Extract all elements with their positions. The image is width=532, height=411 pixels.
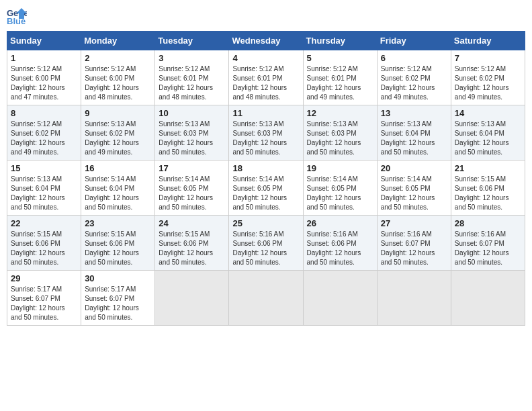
day-info: Sunrise: 5:12 AM Sunset: 6:00 PM Dayligh… (85, 64, 151, 102)
day-number: 16 (85, 163, 151, 173)
day-info: Sunrise: 5:13 AM Sunset: 6:03 PM Dayligh… (159, 120, 225, 157)
day-info: Sunrise: 5:15 AM Sunset: 6:06 PM Dayligh… (159, 230, 225, 267)
calendar-cell (377, 271, 451, 326)
day-info: Sunrise: 5:13 AM Sunset: 6:04 PM Dayligh… (381, 120, 447, 157)
calendar-cell (451, 271, 525, 326)
day-number: 1 (11, 53, 77, 63)
calendar-cell: 8Sunrise: 5:12 AM Sunset: 6:02 PM Daylig… (7, 105, 81, 161)
day-info: Sunrise: 5:14 AM Sunset: 6:05 PM Dayligh… (232, 175, 299, 212)
day-number: 5 (307, 53, 373, 63)
day-number: 24 (159, 218, 225, 228)
day-info: Sunrise: 5:12 AM Sunset: 6:01 PM Dayligh… (159, 64, 225, 102)
day-number: 22 (11, 218, 77, 228)
day-number: 25 (232, 218, 299, 228)
day-info: Sunrise: 5:12 AM Sunset: 6:02 PM Dayligh… (455, 64, 521, 102)
calendar-week-row: 8Sunrise: 5:12 AM Sunset: 6:02 PM Daylig… (7, 105, 525, 161)
day-number: 11 (232, 108, 299, 118)
weekday-header-wednesday: Wednesday (229, 32, 303, 50)
day-info: Sunrise: 5:13 AM Sunset: 6:03 PM Dayligh… (232, 120, 299, 157)
day-info: Sunrise: 5:13 AM Sunset: 6:02 PM Dayligh… (85, 120, 151, 157)
day-info: Sunrise: 5:16 AM Sunset: 6:06 PM Dayligh… (232, 230, 299, 267)
calendar-cell (155, 271, 229, 326)
calendar-cell: 20Sunrise: 5:14 AM Sunset: 6:05 PM Dayli… (377, 161, 451, 216)
calendar-cell: 18Sunrise: 5:14 AM Sunset: 6:05 PM Dayli… (229, 161, 303, 216)
day-info: Sunrise: 5:13 AM Sunset: 6:03 PM Dayligh… (307, 120, 373, 157)
calendar-cell: 2Sunrise: 5:12 AM Sunset: 6:00 PM Daylig… (81, 50, 155, 105)
weekday-header-thursday: Thursday (303, 32, 377, 50)
day-number: 9 (85, 108, 151, 118)
day-info: Sunrise: 5:14 AM Sunset: 6:04 PM Dayligh… (85, 175, 151, 212)
calendar-cell: 23Sunrise: 5:15 AM Sunset: 6:06 PM Dayli… (81, 216, 155, 271)
calendar-cell: 26Sunrise: 5:16 AM Sunset: 6:06 PM Dayli… (303, 216, 377, 271)
weekday-header-saturday: Saturday (451, 32, 525, 50)
calendar-cell (303, 271, 377, 326)
day-number: 14 (455, 108, 521, 118)
logo-icon: General Blue (7, 7, 27, 26)
day-info: Sunrise: 5:12 AM Sunset: 6:02 PM Dayligh… (381, 64, 447, 102)
day-number: 20 (381, 163, 447, 173)
calendar-cell: 19Sunrise: 5:14 AM Sunset: 6:05 PM Dayli… (303, 161, 377, 216)
day-info: Sunrise: 5:14 AM Sunset: 6:05 PM Dayligh… (307, 175, 373, 212)
calendar-week-row: 22Sunrise: 5:15 AM Sunset: 6:06 PM Dayli… (7, 216, 525, 271)
day-number: 15 (11, 163, 77, 173)
calendar-cell: 11Sunrise: 5:13 AM Sunset: 6:03 PM Dayli… (229, 105, 303, 161)
calendar-cell: 27Sunrise: 5:16 AM Sunset: 6:07 PM Dayli… (377, 216, 451, 271)
day-number: 13 (381, 108, 447, 118)
calendar-cell: 14Sunrise: 5:13 AM Sunset: 6:04 PM Dayli… (451, 105, 525, 161)
day-number: 18 (232, 163, 299, 173)
calendar-cell: 13Sunrise: 5:13 AM Sunset: 6:04 PM Dayli… (377, 105, 451, 161)
day-number: 6 (381, 53, 447, 63)
day-info: Sunrise: 5:17 AM Sunset: 6:07 PM Dayligh… (11, 285, 77, 322)
day-number: 23 (85, 218, 151, 228)
day-number: 26 (307, 218, 373, 228)
day-number: 8 (11, 108, 77, 118)
calendar-cell: 10Sunrise: 5:13 AM Sunset: 6:03 PM Dayli… (155, 105, 229, 161)
day-info: Sunrise: 5:16 AM Sunset: 6:07 PM Dayligh… (455, 230, 521, 267)
day-info: Sunrise: 5:15 AM Sunset: 6:06 PM Dayligh… (85, 230, 151, 267)
day-number: 2 (85, 53, 151, 63)
calendar-cell: 29Sunrise: 5:17 AM Sunset: 6:07 PM Dayli… (7, 271, 81, 326)
calendar-cell: 25Sunrise: 5:16 AM Sunset: 6:06 PM Dayli… (229, 216, 303, 271)
calendar-cell: 5Sunrise: 5:12 AM Sunset: 6:01 PM Daylig… (303, 50, 377, 105)
weekday-header-sunday: Sunday (7, 32, 81, 50)
calendar-body: 1Sunrise: 5:12 AM Sunset: 6:00 PM Daylig… (7, 50, 525, 326)
calendar-cell: 6Sunrise: 5:12 AM Sunset: 6:02 PM Daylig… (377, 50, 451, 105)
day-info: Sunrise: 5:16 AM Sunset: 6:06 PM Dayligh… (307, 230, 373, 267)
day-number: 29 (11, 273, 77, 283)
day-info: Sunrise: 5:14 AM Sunset: 6:05 PM Dayligh… (159, 175, 225, 212)
day-info: Sunrise: 5:12 AM Sunset: 6:00 PM Dayligh… (11, 64, 77, 102)
calendar-cell: 15Sunrise: 5:13 AM Sunset: 6:04 PM Dayli… (7, 161, 81, 216)
day-number: 19 (307, 163, 373, 173)
calendar-cell: 7Sunrise: 5:12 AM Sunset: 6:02 PM Daylig… (451, 50, 525, 105)
day-number: 17 (159, 163, 225, 173)
calendar-cell: 17Sunrise: 5:14 AM Sunset: 6:05 PM Dayli… (155, 161, 229, 216)
day-number: 27 (381, 218, 447, 228)
calendar-week-row: 1Sunrise: 5:12 AM Sunset: 6:00 PM Daylig… (7, 50, 525, 105)
calendar-cell: 3Sunrise: 5:12 AM Sunset: 6:01 PM Daylig… (155, 50, 229, 105)
calendar-cell: 1Sunrise: 5:12 AM Sunset: 6:00 PM Daylig… (7, 50, 81, 105)
calendar-cell: 24Sunrise: 5:15 AM Sunset: 6:06 PM Dayli… (155, 216, 229, 271)
day-info: Sunrise: 5:13 AM Sunset: 6:04 PM Dayligh… (11, 175, 77, 212)
calendar-week-row: 29Sunrise: 5:17 AM Sunset: 6:07 PM Dayli… (7, 271, 525, 326)
day-info: Sunrise: 5:17 AM Sunset: 6:07 PM Dayligh… (85, 285, 151, 322)
day-number: 21 (455, 163, 521, 173)
day-number: 10 (159, 108, 225, 118)
day-info: Sunrise: 5:14 AM Sunset: 6:05 PM Dayligh… (381, 175, 447, 212)
calendar-cell: 9Sunrise: 5:13 AM Sunset: 6:02 PM Daylig… (81, 105, 155, 161)
calendar-table: SundayMondayTuesdayWednesdayThursdayFrid… (7, 31, 525, 326)
calendar-cell: 28Sunrise: 5:16 AM Sunset: 6:07 PM Dayli… (451, 216, 525, 271)
day-info: Sunrise: 5:15 AM Sunset: 6:06 PM Dayligh… (455, 175, 521, 212)
calendar-cell: 16Sunrise: 5:14 AM Sunset: 6:04 PM Dayli… (81, 161, 155, 216)
weekday-header-tuesday: Tuesday (155, 32, 229, 50)
day-number: 3 (159, 53, 225, 63)
weekday-header-monday: Monday (81, 32, 155, 50)
day-info: Sunrise: 5:12 AM Sunset: 6:02 PM Dayligh… (11, 120, 77, 157)
day-number: 7 (455, 53, 521, 63)
header: General Blue (7, 7, 525, 26)
calendar-cell: 12Sunrise: 5:13 AM Sunset: 6:03 PM Dayli… (303, 105, 377, 161)
calendar-cell: 4Sunrise: 5:12 AM Sunset: 6:01 PM Daylig… (229, 50, 303, 105)
logo: General Blue (7, 7, 30, 26)
day-number: 30 (85, 273, 151, 283)
calendar-week-row: 15Sunrise: 5:13 AM Sunset: 6:04 PM Dayli… (7, 161, 525, 216)
calendar-cell: 22Sunrise: 5:15 AM Sunset: 6:06 PM Dayli… (7, 216, 81, 271)
